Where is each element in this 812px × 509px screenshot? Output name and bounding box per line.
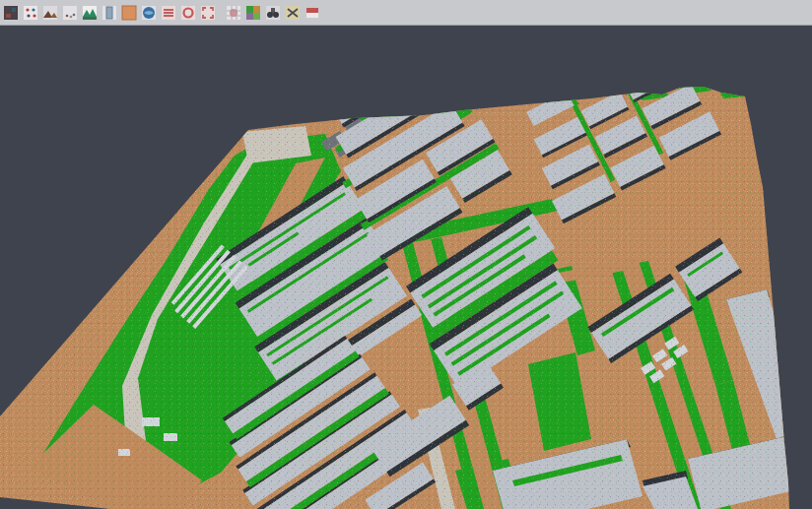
red-circle-glyph [180, 5, 196, 21]
classification-colors-icon[interactable] [244, 4, 262, 22]
blue-globe-glyph [141, 5, 157, 21]
selection-brackets-glyph [200, 5, 216, 21]
grid-circle-icon[interactable] [225, 4, 242, 22]
binoculars-icon[interactable] [264, 4, 282, 22]
binoculars-glyph [265, 5, 281, 21]
toolbar [0, 0, 812, 26]
red-circle-icon[interactable] [179, 4, 197, 22]
grid-circle-glyph [226, 5, 241, 21]
sparse-points-glyph [62, 5, 78, 21]
red-list-glyph [161, 5, 176, 21]
orange-square-icon[interactable] [120, 4, 138, 22]
red-flag-glyph [304, 5, 320, 21]
green-terrain-icon[interactable] [81, 4, 99, 22]
measure-cross-glyph [285, 5, 301, 21]
classification-colors-glyph [245, 5, 261, 21]
brown-mountain-glyph [42, 5, 58, 21]
viewport-3d[interactable] [0, 26, 812, 509]
red-list-icon[interactable] [160, 4, 177, 22]
dark-thumbnail-glyph [3, 5, 19, 21]
red-flag-icon[interactable] [304, 4, 321, 22]
application-window [0, 0, 812, 509]
point-cloud-render [0, 26, 812, 509]
measure-cross-icon[interactable] [284, 4, 302, 22]
green-terrain-glyph [82, 5, 98, 21]
scatter-points-icon[interactable] [22, 4, 39, 22]
blue-column-icon[interactable] [101, 4, 118, 22]
sparse-points-icon[interactable] [61, 4, 79, 22]
selection-brackets-icon[interactable] [199, 4, 217, 22]
orange-square-glyph [121, 5, 137, 21]
dark-thumbnail-icon[interactable] [2, 4, 20, 22]
blue-globe-icon[interactable] [140, 4, 158, 22]
scatter-points-glyph [23, 5, 38, 21]
blue-column-glyph [102, 5, 117, 21]
brown-mountain-icon[interactable] [41, 4, 59, 22]
